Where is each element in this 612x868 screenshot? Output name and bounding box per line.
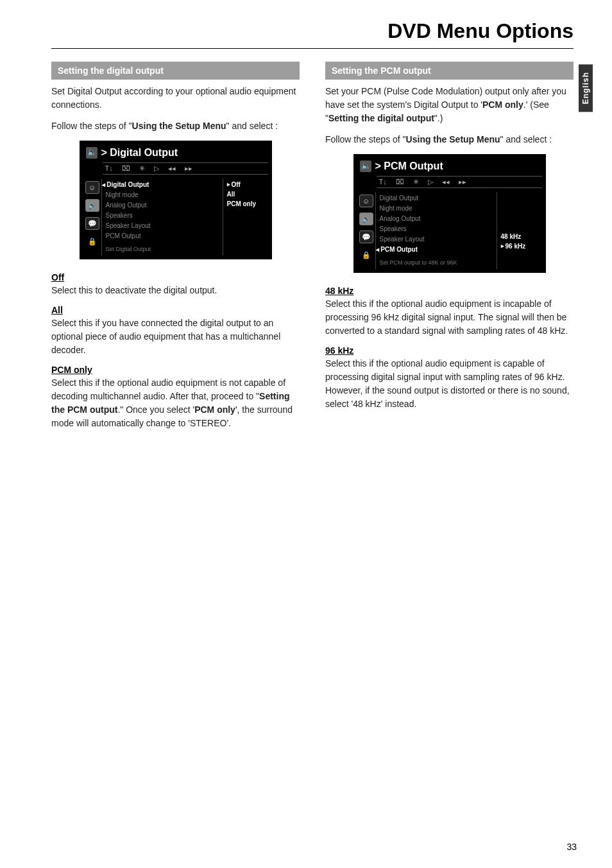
osd-item: Analog Output xyxy=(106,200,219,211)
text: " and select : xyxy=(500,134,552,144)
text: Select this if the optional audio equipm… xyxy=(51,378,285,401)
subheading-off: Off xyxy=(51,272,300,282)
text: Follow the steps of " xyxy=(325,134,406,144)
left-section-header: Setting the digital output xyxy=(51,62,300,80)
person-icon: ☺ xyxy=(359,195,373,207)
rewind-icon: ◂◂ xyxy=(442,178,450,186)
page-number: 33 xyxy=(566,842,577,852)
osd-title-text: > Digital Output xyxy=(101,147,178,159)
all-desc: Select this if you have connected the di… xyxy=(51,317,300,357)
osd-title: > Digital Output xyxy=(83,144,268,162)
osd-item: Speaker Layout xyxy=(380,234,493,245)
48khz-desc: Select this if the optional audio equipm… xyxy=(325,297,574,338)
play-icon: ▷ xyxy=(428,178,433,186)
osd-option: PCM only xyxy=(227,199,264,209)
osd-item: ◂ Digital Output xyxy=(106,180,219,190)
osd-item: Speaker Layout xyxy=(106,221,219,231)
pcm-only-desc: Select this if the optional audio equipm… xyxy=(51,376,300,430)
osd-toolbar: T↓ ⌧ ✳ ▷ ◂◂ ▸▸ xyxy=(103,162,268,175)
tv-icon: ⌧ xyxy=(122,164,130,173)
page-title: DVD Menu Options xyxy=(51,19,574,49)
osd-options: Off All PCM only xyxy=(223,178,268,256)
osd-sidebar: ☺ 🔈 💬 🔒 xyxy=(83,178,101,256)
text: ".) xyxy=(434,113,443,123)
forward-icon: ▸▸ xyxy=(459,178,466,186)
osd-item: Night mode xyxy=(380,204,493,214)
osd-option: Off xyxy=(227,180,264,189)
text: ." Once you select ' xyxy=(117,404,194,415)
speaker-icon xyxy=(86,147,98,159)
right-section-header: Setting the PCM output xyxy=(325,62,574,80)
osd-pcm-output: > PCM Output T↓ ⌧ ✳ ▷ ◂◂ ▸▸ ☺ 🔈 💬 🔒 Digi… xyxy=(353,154,546,273)
osd-sidebar: ☺ 🔈 💬 🔒 xyxy=(357,192,375,269)
osd-option: 48 kHz xyxy=(501,232,538,241)
person-icon: ☺ xyxy=(85,181,99,194)
text-bold: PCM only xyxy=(194,404,235,415)
osd-body: ☺ 🔈 💬 🔒 Digital Output Night mode Analog… xyxy=(357,192,542,269)
play-icon: ▷ xyxy=(154,164,159,173)
osd-title: > PCM Output xyxy=(357,158,542,176)
osd-menu-list: ◂ Digital Output Night mode Analog Outpu… xyxy=(101,178,223,256)
rewind-icon: ◂◂ xyxy=(168,164,176,173)
subheading-96khz: 96 kHz xyxy=(325,345,574,356)
forward-icon: ▸▸ xyxy=(185,164,192,173)
speaker-tab-icon: 🔈 xyxy=(359,213,373,225)
wave-icon: ✳ xyxy=(139,164,145,173)
text: Follow the steps of " xyxy=(51,121,132,131)
speaker-icon xyxy=(360,161,371,172)
right-intro-1: Set your PCM (Pulse Code Modulation) out… xyxy=(325,85,574,125)
osd-help: Set Digital Output xyxy=(106,244,219,254)
subheading-all: All xyxy=(51,305,300,315)
osd-help: Set PCM output to 48K or 96K xyxy=(380,257,493,268)
lock-icon: 🔒 xyxy=(359,248,373,261)
osd-body: ☺ 🔈 💬 🔒 ◂ Digital Output Night mode Anal… xyxy=(83,178,268,256)
osd-item: Analog Output xyxy=(380,214,493,224)
osd-digital-output: > Digital Output T↓ ⌧ ✳ ▷ ◂◂ ▸▸ ☺ 🔈 💬 🔒 … xyxy=(80,141,272,259)
osd-option: All xyxy=(227,189,264,199)
left-column: Setting the digital output Set Digital O… xyxy=(51,62,300,438)
language-tab: English xyxy=(579,64,593,112)
lock-icon: 🔒 xyxy=(85,235,99,248)
text-bold: Using the Setup Menu xyxy=(406,134,500,144)
left-intro-1: Set Digital Output according to your opt… xyxy=(51,85,300,112)
osd-item: ◂ PCM Output xyxy=(380,245,493,255)
tv-icon: ⌧ xyxy=(396,178,404,186)
osd-item: Night mode xyxy=(106,190,219,200)
right-intro-2: Follow the steps of "Using the Setup Men… xyxy=(325,133,574,146)
osd-item: PCM Output xyxy=(106,231,219,241)
text-bold: PCM only xyxy=(482,100,523,110)
text: " and select : xyxy=(226,121,278,131)
text-bold: Using the Setup Menu xyxy=(132,121,226,131)
osd-item: Speakers xyxy=(106,211,219,221)
subheading-48khz: 48 kHz xyxy=(325,286,574,296)
osd-item: Digital Output xyxy=(380,193,493,204)
osd-toolbar: T↓ ⌧ ✳ ▷ ◂◂ ▸▸ xyxy=(377,176,542,188)
speaker-tab-icon: 🔈 xyxy=(85,199,99,212)
right-column: Setting the PCM output Set your PCM (Pul… xyxy=(325,62,574,438)
left-intro-2: Follow the steps of "Using the Setup Men… xyxy=(51,119,300,133)
chat-icon: 💬 xyxy=(359,230,373,243)
text-bold: Setting the digital output xyxy=(328,113,434,123)
osd-options: 48 kHz 96 kHz xyxy=(497,192,542,269)
chat-icon: 💬 xyxy=(85,217,99,230)
text-icon: T↓ xyxy=(105,164,113,173)
subheading-pcm-only: PCM only xyxy=(51,365,300,375)
osd-menu-list: Digital Output Night mode Analog Output … xyxy=(375,192,497,269)
osd-option: 96 kHz xyxy=(501,241,538,251)
text-icon: T↓ xyxy=(379,178,387,186)
off-desc: Select this to deactivate the digital ou… xyxy=(51,284,300,297)
96khz-desc: Select this if the optional audio equipm… xyxy=(325,357,574,411)
wave-icon: ✳ xyxy=(413,178,419,186)
two-column-layout: Setting the digital output Set Digital O… xyxy=(51,62,574,438)
osd-item: Speakers xyxy=(380,224,493,234)
osd-title-text: > PCM Output xyxy=(375,161,443,172)
